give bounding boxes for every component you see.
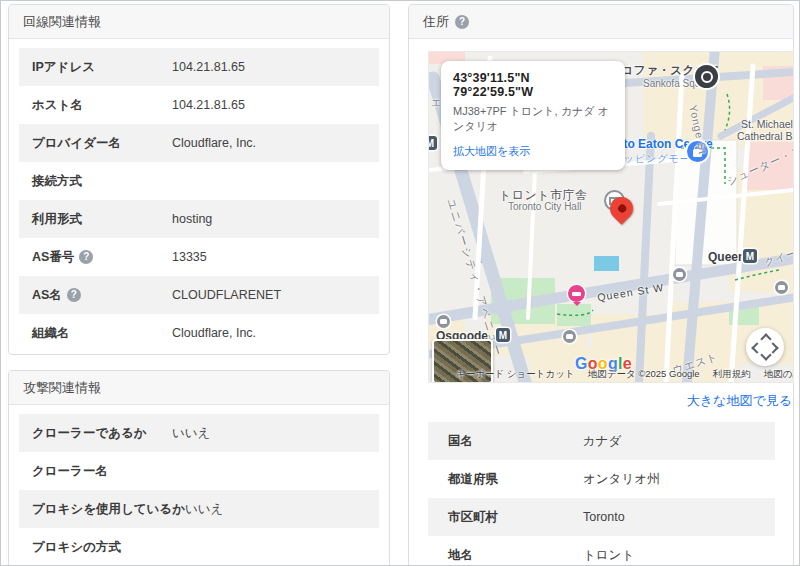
- row-label: 都道府県: [448, 471, 583, 488]
- row-value: いいえ: [172, 425, 210, 442]
- transit-stop-icon[interactable]: [775, 281, 788, 294]
- row-value: 104.21.81.65: [172, 98, 245, 112]
- row-label-text: AS名: [32, 287, 62, 304]
- line-info-header: 回線関連情報: [9, 5, 389, 39]
- address-table: 国名 カナダ 都道府県 オンタリオ州 市区町村 Toronto 地名 トロント: [428, 422, 775, 566]
- attack-info-card: 攻撃関連情報 クローラーであるか いいえ クローラー名 プロキシを使用しているか…: [8, 370, 390, 566]
- poi-label-st-michaels-1: St. Michael's: [741, 118, 794, 130]
- google-map-canvas[interactable]: サンコファ・スクエア Sankofa Square CF Toronto Eat…: [428, 51, 794, 383]
- address-body: サンコファ・スクエア Sankofa Square CF Toronto Eat…: [409, 39, 793, 566]
- row-label: 組織名: [32, 325, 172, 342]
- row-label: プロキシの方式: [32, 539, 172, 556]
- row-value: Toronto: [583, 510, 625, 524]
- row-label: 国名: [448, 433, 583, 450]
- line-info-title: 回線関連情報: [23, 5, 101, 38]
- map-info-window: 43°39'11.5"N 79°22'59.5"W MJ38+7PF トロント,…: [441, 61, 625, 170]
- transit-stop-icon[interactable]: [563, 330, 576, 343]
- row-value: トロント: [583, 547, 634, 564]
- terms-link[interactable]: 利用規約: [713, 368, 751, 381]
- table-row: 地名 トロント: [428, 536, 775, 566]
- row-value: カナダ: [583, 433, 621, 450]
- table-row: プロキシの方式: [19, 528, 379, 566]
- keyboard-shortcuts-link[interactable]: キーボード ショートカット: [456, 368, 575, 381]
- help-icon[interactable]: ?: [455, 15, 469, 29]
- row-value: hosting: [172, 212, 212, 226]
- attack-info-title: 攻撃関連情報: [23, 371, 101, 404]
- row-label: IPアドレス: [32, 59, 172, 76]
- row-value: 104.21.81.65: [172, 60, 245, 74]
- hotel-poi-icon[interactable]: [568, 285, 585, 302]
- row-label: 地名: [448, 547, 583, 564]
- row-label: 利用形式: [32, 211, 172, 228]
- table-row: AS名 ? CLOUDFLARENET: [19, 276, 379, 314]
- table-row: 市区町村 Toronto: [428, 498, 775, 536]
- attraction-poi-icon[interactable]: [695, 65, 718, 88]
- metro-station-icon[interactable]: M: [428, 136, 437, 150]
- report-map-error-link[interactable]: 地図の誤りを報告する: [764, 368, 794, 381]
- table-row: クローラー名: [19, 452, 379, 490]
- pan-up-icon: [760, 333, 771, 344]
- row-value: Cloudflare, Inc.: [172, 136, 256, 150]
- table-row: プロバイダー名 Cloudflare, Inc.: [19, 124, 379, 162]
- station-label-queen[interactable]: Queen: [708, 250, 745, 264]
- view-larger-map-link[interactable]: 大きな地図で見る: [428, 392, 792, 410]
- row-value: Cloudflare, Inc.: [172, 326, 256, 340]
- map-data-copyright: 地図データ ©2025 Google: [588, 368, 700, 381]
- row-label: プロキシを使用しているか: [32, 501, 185, 518]
- pan-left-icon: [751, 342, 762, 353]
- metro-station-icon[interactable]: M: [743, 249, 757, 263]
- row-label: 接続方式: [32, 173, 172, 190]
- poi-label-st-michaels-2: Cathedral Basilica: [737, 130, 794, 142]
- row-value: 13335: [172, 250, 207, 264]
- row-label: プロバイダー名: [32, 135, 172, 152]
- help-icon[interactable]: ?: [67, 288, 81, 302]
- table-row: 組織名 Cloudflare, Inc.: [19, 314, 379, 352]
- expand-map-link[interactable]: 拡大地図を表示: [453, 144, 530, 159]
- table-row: 利用形式 hosting: [19, 200, 379, 238]
- row-value: CLOUDFLARENET: [172, 288, 281, 302]
- row-label: クローラーであるか: [32, 425, 172, 442]
- table-row: クローラーであるか いいえ: [19, 414, 379, 452]
- table-row: ホスト名 104.21.81.65: [19, 86, 379, 124]
- table-row: 接続方式: [19, 162, 379, 200]
- table-row: IPアドレス 104.21.81.65: [19, 48, 379, 86]
- attack-info-table: クローラーであるか いいえ クローラー名 プロキシを使用しているか いいえ プロ…: [9, 405, 389, 566]
- table-row: 都道府県 オンタリオ州: [428, 460, 775, 498]
- help-icon[interactable]: ?: [79, 250, 93, 264]
- row-label: 市区町村: [448, 509, 583, 526]
- transit-stop-icon[interactable]: [437, 315, 450, 328]
- poi-label-city-hall-en: Toronto City Hall: [508, 201, 581, 212]
- address-header: 住所 ?: [409, 5, 793, 39]
- pan-control[interactable]: [746, 328, 784, 366]
- row-value: いいえ: [185, 501, 223, 518]
- row-label: クローラー名: [32, 463, 172, 480]
- table-row: AS番号 ? 13335: [19, 238, 379, 276]
- row-label: AS名 ?: [32, 287, 172, 304]
- line-info-table: IPアドレス 104.21.81.65 ホスト名 104.21.81.65 プロ…: [9, 39, 389, 361]
- table-row: プロキシを使用しているか いいえ: [19, 490, 379, 528]
- row-label: AS番号 ?: [32, 249, 172, 266]
- info-window-coordinates: 43°39'11.5"N 79°22'59.5"W: [453, 71, 613, 99]
- map-attribution: キーボード ショートカット 地図データ ©2025 Google 利用規約 地図…: [429, 368, 793, 381]
- row-label-text: AS番号: [32, 249, 74, 266]
- address-title: 住所: [423, 5, 449, 38]
- line-info-card: 回線関連情報 IPアドレス 104.21.81.65 ホスト名 104.21.8…: [8, 4, 390, 355]
- info-window-address: MJ38+7PF トロント, カナダ オンタリオ: [453, 104, 613, 135]
- table-row: 国名 カナダ: [428, 422, 775, 460]
- row-value: オンタリオ州: [583, 471, 659, 488]
- address-card: 住所 ?: [408, 4, 794, 566]
- row-label: ホスト名: [32, 97, 172, 114]
- attack-info-header: 攻撃関連情報: [9, 371, 389, 405]
- transit-stop-icon[interactable]: [673, 268, 686, 281]
